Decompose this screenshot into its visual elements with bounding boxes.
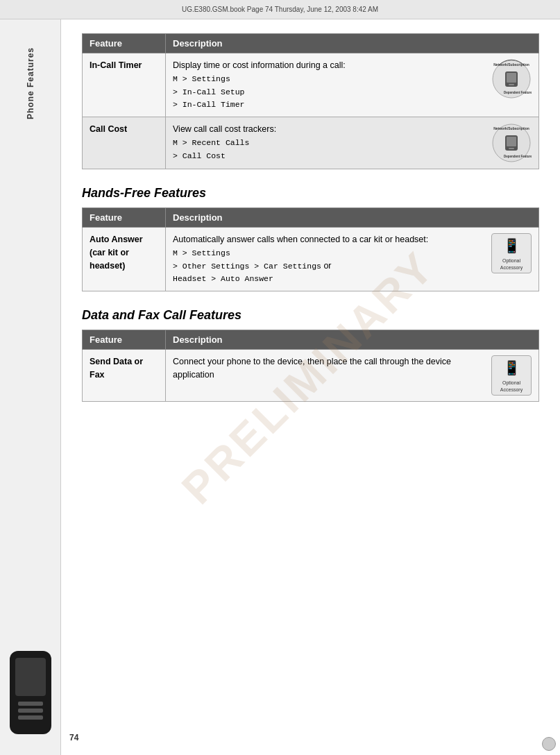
svg-rect-5 bbox=[509, 84, 514, 85]
section2-col2-header: Description bbox=[166, 208, 539, 228]
main-content: Feature Description In-Call Timer Displa… bbox=[61, 19, 560, 755]
desc-inner: Automatically answer calls when connecte… bbox=[173, 233, 532, 285]
device-btn-1 bbox=[18, 702, 43, 706]
section3-table: Feature Description Send Data or Fax Con… bbox=[82, 330, 539, 402]
section3-heading: Data and Fax Call Features bbox=[82, 308, 539, 323]
device-btn-3 bbox=[18, 715, 43, 720]
section2-heading: Hands-Free Features bbox=[82, 186, 539, 201]
header-text: UG.E380.GSM.book Page 74 Thursday, June … bbox=[182, 6, 378, 13]
device-btn-2 bbox=[18, 709, 43, 713]
optional-phone-icon: 📱 bbox=[503, 235, 520, 256]
network-subscription-badge-2: Network/Subscription Dependent Feature bbox=[491, 123, 532, 163]
section3-col2-header: Description bbox=[166, 330, 539, 350]
optional-label-line1: Optional bbox=[502, 257, 520, 265]
section1-col1-header: Feature bbox=[83, 34, 166, 53]
feature-cell-incall-timer: In-Call Timer bbox=[83, 53, 166, 117]
sidebar: Phone Features bbox=[0, 19, 61, 755]
svg-text:Network/Subscription: Network/Subscription bbox=[493, 62, 529, 67]
desc-cell-auto-answer: Automatically answer calls when connecte… bbox=[166, 228, 539, 291]
sidebar-label: Phone Features bbox=[26, 47, 35, 119]
desc-text-auto-answer: Automatically answer calls when connecte… bbox=[173, 233, 486, 285]
optional-phone-icon-2: 📱 bbox=[503, 357, 520, 378]
section2-col1-header: Feature bbox=[83, 208, 166, 228]
network-subscription-badge-1: Network/Subscription Dependent Feature bbox=[491, 59, 532, 99]
section2-table: Feature Description Auto Answer (car kit… bbox=[82, 207, 539, 291]
svg-text:Network/Subscription: Network/Subscription bbox=[493, 126, 529, 130]
table-row: Call Cost View call call cost trackers: … bbox=[83, 117, 539, 169]
sidebar-device-illustration bbox=[10, 651, 51, 734]
device-buttons bbox=[18, 702, 43, 720]
header-bar: UG.E380.GSM.book Page 74 Thursday, June … bbox=[0, 0, 560, 19]
section1-col2-header: Description bbox=[166, 34, 539, 53]
svg-rect-11 bbox=[509, 148, 514, 149]
desc-inner: View call call cost trackers: M > Recent… bbox=[173, 123, 532, 163]
feature-cell-send-data-fax: Send Data or Fax bbox=[83, 350, 166, 402]
device-screen bbox=[15, 658, 46, 696]
desc-inner: Connect your phone to the device, then p… bbox=[173, 355, 532, 396]
section3-col1-header: Feature bbox=[83, 330, 166, 350]
table-row: Send Data or Fax Connect your phone to t… bbox=[83, 350, 539, 402]
section1-table: Feature Description In-Call Timer Displa… bbox=[82, 33, 539, 169]
optional-accessory-badge-1: 📱 Optional Accessory bbox=[491, 233, 532, 273]
optional-label-line2: Accessory bbox=[500, 264, 523, 272]
svg-text:Dependent Feature: Dependent Feature bbox=[504, 155, 532, 158]
desc-cell-call-cost: View call call cost trackers: M > Recent… bbox=[166, 117, 539, 169]
svg-text:Dependent Feature: Dependent Feature bbox=[504, 91, 532, 94]
desc-text-call-cost: View call call cost trackers: M > Recent… bbox=[173, 123, 487, 162]
table-row: In-Call Timer Display time or cost infor… bbox=[83, 53, 539, 117]
svg-rect-10 bbox=[507, 137, 516, 146]
svg-rect-4 bbox=[507, 73, 516, 83]
optional-label-line1-2: Optional bbox=[502, 380, 520, 387]
page: PRELIMINARY UG.E380.GSM.book Page 74 Thu… bbox=[0, 0, 560, 755]
desc-text-incall-timer: Display time or cost information during … bbox=[173, 59, 487, 111]
desc-inner: Display time or cost information during … bbox=[173, 59, 532, 111]
optional-label-line2-2: Accessory bbox=[500, 387, 523, 394]
desc-text-send-data-fax: Connect your phone to the device, then p… bbox=[173, 355, 486, 382]
optional-accessory-badge-2: 📱 Optional Accessory bbox=[491, 355, 532, 396]
desc-cell-send-data-fax: Connect your phone to the device, then p… bbox=[166, 350, 539, 402]
page-number: 74 bbox=[69, 733, 78, 743]
feature-cell-auto-answer: Auto Answer (car kit or headset) bbox=[83, 228, 166, 291]
table-row: Auto Answer (car kit or headset) Automat… bbox=[83, 228, 539, 291]
desc-cell-incall-timer: Display time or cost information during … bbox=[166, 53, 539, 117]
feature-cell-call-cost: Call Cost bbox=[83, 117, 166, 169]
